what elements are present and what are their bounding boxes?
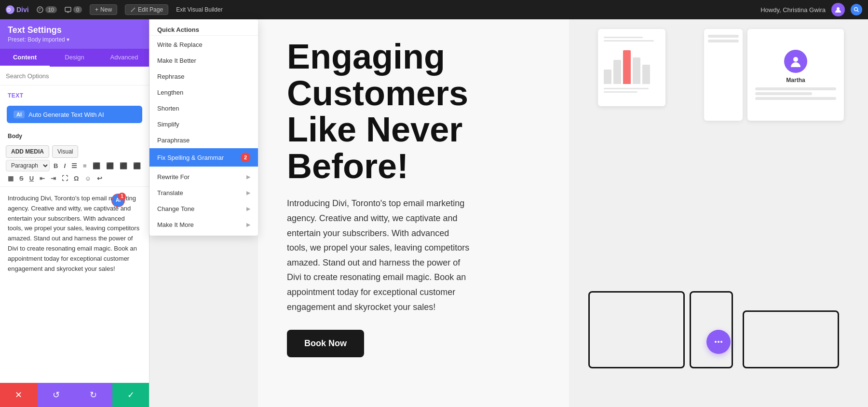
bottom-card-left <box>588 291 685 368</box>
body-label: Body <box>0 127 149 142</box>
sidebar-preset[interactable]: Preset: Body imported ▾ <box>8 36 141 43</box>
tab-advanced[interactable]: Advanced <box>99 49 149 67</box>
align-right-button[interactable]: ⬛ <box>118 161 129 171</box>
svg-text:D: D <box>7 7 11 13</box>
chart-bar <box>613 60 621 84</box>
profile-avatar <box>784 50 807 73</box>
hero-body-text: Introducing Divi, Toronto's top email ma… <box>287 196 470 314</box>
bottom-action-bar: ✕ ↺ ↻ ✓ <box>0 383 149 407</box>
change-tone-arrow: ▶ <box>246 206 250 212</box>
topbar-messages[interactable]: 0 <box>65 6 82 13</box>
indent-out-button[interactable]: ⇤ <box>38 173 47 183</box>
align-center-button[interactable]: ⬛ <box>104 161 116 171</box>
svg-point-5 <box>854 8 858 11</box>
chart-bar <box>633 57 640 84</box>
chart-bar <box>623 50 631 84</box>
svg-point-8 <box>715 341 717 343</box>
right-mockup: Martha <box>569 19 868 407</box>
align-justify-button[interactable]: ⬛ <box>131 161 143 171</box>
profile-lines <box>747 87 844 100</box>
menu-item-make-more[interactable]: Make It More ▶ <box>149 217 258 233</box>
svg-point-2 <box>37 7 43 13</box>
ai-generate-button[interactable]: AI Auto Generate Text With AI <box>7 106 142 123</box>
tab-content[interactable]: Content <box>0 49 50 67</box>
ai-indicator-badge: 1 <box>118 193 126 200</box>
topbar-exit-button[interactable]: Exit Visual Builder <box>176 6 223 13</box>
menu-item-fix-spelling[interactable]: Fix Spelling & Grammar 2 <box>149 148 258 167</box>
user-avatar <box>831 3 845 16</box>
sidebar-tabs: Content Design Advanced <box>0 49 149 67</box>
strikethrough-button[interactable]: S <box>17 173 26 183</box>
bottom-card-right <box>743 310 839 368</box>
underline-button[interactable]: U <box>27 173 36 183</box>
undo-button[interactable]: ↺ <box>38 383 75 407</box>
add-media-button[interactable]: ADD MEDIA <box>6 145 49 158</box>
tab-design[interactable]: Design <box>50 49 99 67</box>
special-char-button[interactable]: Ω <box>72 173 81 183</box>
menu-item-simplify[interactable]: Simplify <box>149 116 258 132</box>
emoji-button[interactable]: ☺ <box>83 173 93 183</box>
search-input[interactable] <box>6 72 143 80</box>
fab-button[interactable] <box>706 330 731 354</box>
search-icon[interactable] <box>851 4 862 15</box>
hero-title: Engaging Customers Like Never Before! <box>287 39 470 184</box>
sidebar-search[interactable] <box>0 67 149 85</box>
page-content: Engaging Customers Like Never Before! In… <box>258 19 499 377</box>
redo-button[interactable]: ↻ <box>75 383 112 407</box>
chart-bar <box>642 65 650 84</box>
svg-point-6 <box>793 57 798 62</box>
sidebar-body-text-area: Introducing Divi, Toronto's top email ma… <box>0 187 149 281</box>
table-button[interactable]: ▦ <box>6 173 15 183</box>
chart-card <box>598 29 665 106</box>
top-bar: D Divi 10 0 + New Edit Page Exit Visual … <box>0 0 868 19</box>
rewrite-for-arrow: ▶ <box>246 174 250 180</box>
menu-item-translate[interactable]: Translate ▶ <box>149 185 258 201</box>
context-menu: Quick Actions Write & Replace Make It Be… <box>149 19 258 236</box>
confirm-button[interactable]: ✓ <box>112 383 150 407</box>
left-sidebar: Text Settings Preset: Body imported ▾ Co… <box>0 19 149 407</box>
list-unordered-button[interactable]: ☰ <box>69 161 79 171</box>
narrow-card <box>704 29 743 121</box>
list-ordered-button[interactable]: ≡ <box>81 161 89 171</box>
menu-item-rephrase[interactable]: Rephrase <box>149 69 258 84</box>
svg-point-9 <box>720 341 722 343</box>
align-left-button[interactable]: ⬛ <box>91 161 102 171</box>
make-more-arrow: ▶ <box>246 222 250 228</box>
menu-item-shorten[interactable]: Shorten <box>149 100 258 116</box>
menu-item-rewrite-for[interactable]: Rewrite For ▶ <box>149 169 258 185</box>
profile-card: Martha <box>747 29 844 121</box>
menu-item-make-better[interactable]: Make It Better <box>149 53 258 69</box>
italic-button[interactable]: I <box>62 161 68 171</box>
menu-item-paraphrase[interactable]: Paraphrase <box>149 132 258 148</box>
topbar-user: Howdy, Christina Gwira <box>760 3 862 16</box>
topbar-new-button[interactable]: + New <box>90 4 117 15</box>
paragraph-select[interactable]: Paragraph <box>6 160 50 171</box>
translate-arrow: ▶ <box>246 190 250 196</box>
topbar-edit-button[interactable]: Edit Page <box>125 4 168 15</box>
fullscreen-button[interactable]: ⛶ <box>60 173 70 183</box>
svg-rect-3 <box>65 7 71 12</box>
menu-item-lengthen[interactable]: Lengthen <box>149 84 258 100</box>
menu-divider <box>149 168 258 168</box>
section-title-text: Text <box>0 85 149 102</box>
ai-badge: AI <box>14 111 25 118</box>
svg-point-7 <box>718 341 719 343</box>
cancel-button[interactable]: ✕ <box>0 383 38 407</box>
topbar-comments[interactable]: 10 <box>37 6 57 13</box>
menu-item-write-replace[interactable]: Write & Replace <box>149 37 258 53</box>
sidebar-title: Text Settings <box>8 25 141 35</box>
chart-bar <box>604 70 611 84</box>
menu-section-label: Quick Actions <box>149 22 258 36</box>
profile-name: Martha <box>786 77 805 84</box>
fix-spelling-badge: 2 <box>241 153 250 162</box>
book-now-button[interactable]: Book Now <box>287 330 364 357</box>
ai-indicator[interactable]: AI 1 <box>111 194 125 207</box>
indent-in-button[interactable]: ⇥ <box>49 173 58 183</box>
sidebar-header: Text Settings Preset: Body imported ▾ <box>0 19 149 49</box>
bottom-card-center <box>690 291 733 368</box>
bold-button[interactable]: B <box>52 161 60 171</box>
visual-button[interactable]: Visual <box>52 145 78 158</box>
undo-editor-button[interactable]: ↩ <box>95 173 104 183</box>
menu-item-change-tone[interactable]: Change Tone ▶ <box>149 201 258 217</box>
chart-bars <box>604 45 660 84</box>
